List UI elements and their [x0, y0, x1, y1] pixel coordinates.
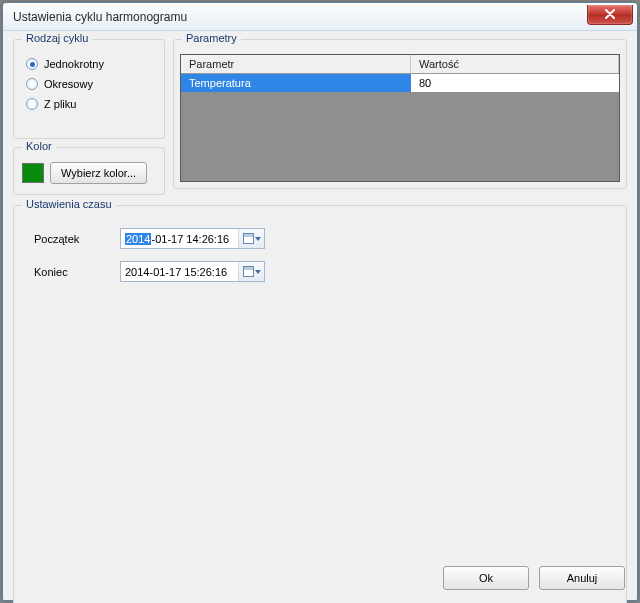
start-rest: -01-17 14:26:16	[151, 233, 229, 245]
start-datetime-text: 2014-01-17 14:26:16	[121, 233, 238, 245]
params-grid: Parametr Wartość Temperatura 80	[180, 54, 620, 182]
calendar-icon	[243, 233, 254, 244]
radio-single[interactable]: Jednokrotny	[26, 58, 154, 70]
dialog-window: Ustawienia cyklu harmonogramu Rodzaj cyk…	[2, 2, 638, 601]
end-datetime-text: 2014-01-17 15:26:16	[121, 266, 238, 278]
start-time-row: Początek 2014-01-17 14:26:16	[34, 228, 616, 249]
chevron-down-icon	[255, 270, 261, 274]
radio-icon	[26, 58, 38, 70]
end-label: Koniec	[34, 266, 120, 278]
choose-color-button[interactable]: Wybierz kolor...	[50, 162, 147, 184]
cycle-type-legend: Rodzaj cyklu	[22, 32, 92, 44]
time-legend: Ustawienia czasu	[22, 198, 116, 210]
params-legend: Parametry	[182, 32, 241, 44]
radio-icon	[26, 98, 38, 110]
radio-from-file[interactable]: Z pliku	[26, 98, 154, 110]
radio-single-label: Jednokrotny	[44, 58, 104, 70]
ok-button[interactable]: Ok	[443, 566, 529, 590]
radio-periodic-label: Okresowy	[44, 78, 93, 90]
calendar-icon	[243, 266, 254, 277]
col-value: Wartość	[411, 55, 619, 73]
color-legend: Kolor	[22, 140, 56, 152]
col-param: Parametr	[181, 55, 411, 73]
close-icon	[605, 9, 615, 19]
cycle-type-group: Rodzaj cyklu Jednokrotny Okresowy Z plik…	[13, 39, 165, 139]
end-datetime-input[interactable]: 2014-01-17 15:26:16	[120, 261, 265, 282]
radio-icon	[26, 78, 38, 90]
time-settings-group: Ustawienia czasu Początek 2014-01-17 14:…	[13, 205, 627, 603]
cancel-button[interactable]: Anuluj	[539, 566, 625, 590]
end-calendar-button[interactable]	[238, 262, 264, 281]
radio-periodic[interactable]: Okresowy	[26, 78, 154, 90]
dialog-footer: Ok Anuluj	[443, 566, 625, 590]
chevron-down-icon	[255, 237, 261, 241]
table-row[interactable]: Temperatura 80	[181, 74, 619, 92]
color-swatch	[22, 163, 44, 183]
close-button[interactable]	[587, 5, 633, 25]
start-calendar-button[interactable]	[238, 229, 264, 248]
start-label: Początek	[34, 233, 120, 245]
radio-from-file-label: Z pliku	[44, 98, 76, 110]
window-title: Ustawienia cyklu harmonogramu	[13, 10, 587, 24]
cell-param: Temperatura	[181, 74, 411, 92]
color-group: Kolor Wybierz kolor...	[13, 147, 165, 195]
params-group: Parametry Parametr Wartość Temperatura 8…	[173, 39, 627, 189]
start-datetime-input[interactable]: 2014-01-17 14:26:16	[120, 228, 265, 249]
titlebar: Ustawienia cyklu harmonogramu	[3, 3, 637, 31]
cell-value: 80	[411, 74, 619, 92]
params-grid-header: Parametr Wartość	[181, 55, 619, 74]
dialog-content: Rodzaj cyklu Jednokrotny Okresowy Z plik…	[3, 31, 637, 600]
end-time-row: Koniec 2014-01-17 15:26:16	[34, 261, 616, 282]
start-year-selected: 2014	[125, 233, 151, 245]
